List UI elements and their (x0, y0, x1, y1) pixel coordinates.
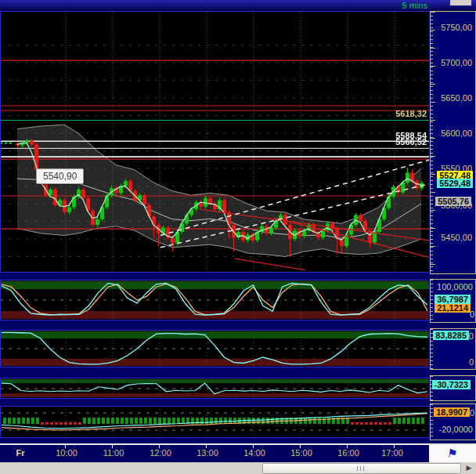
time-axis[interactable]: Fr 10:00 11:00 12:00 13:00 14:00 15:00 1… (0, 443, 429, 464)
window-control-chip[interactable] (450, 0, 471, 5)
panel2-axis[interactable]: 100,0000 83,8285 0 (430, 328, 476, 370)
price-tooltip: 5540,90 (36, 168, 84, 184)
chart-canvas (0, 0, 476, 474)
panel1-cyan-tag: 36,7987 (435, 295, 471, 304)
time-label: 16:00 (334, 448, 362, 458)
price-tag-last: 5529,48 (437, 179, 473, 188)
price-axis-label: 5600,00 (441, 128, 472, 138)
flag-corner-panel: ⚑ (429, 443, 476, 464)
panel4-axis[interactable]: 0 18,9907 -20,0000 (430, 403, 476, 440)
panel2-zero-label: 0 (469, 357, 474, 367)
timeframe-label: 5 mins (402, 1, 427, 10)
panel1-axis[interactable]: 100,0000 36,7987 21,1214 0 (430, 279, 476, 323)
time-label: 10:00 (52, 448, 81, 458)
horizontal-scrollbar[interactable]: ▶ (0, 462, 476, 474)
time-label: 14:00 (240, 448, 269, 458)
panel3-axis[interactable]: -30,7323 (430, 375, 476, 401)
panel2-cyan-tag: 83,8285 (433, 331, 469, 340)
panel4-bottom-label: -20,0000 (439, 425, 473, 434)
scrollbar-right-arrow[interactable]: ▶ (463, 462, 475, 474)
panel3-cyan-tag: -30,7323 (432, 380, 471, 389)
panel1-top-label: 100,0000 (437, 282, 473, 291)
price-axis-label: 5450,00 (441, 233, 472, 242)
trading-chart-window: 5 mins 5750,00 5700,00 5650,00 5600,00 5… (0, 0, 476, 474)
main-price-axis[interactable]: 5750,00 5700,00 5650,00 5600,00 5550,00 … (430, 11, 476, 274)
price-axis-label: 5750,00 (441, 23, 472, 32)
white-level-label-2: 5566,52 (395, 137, 427, 147)
axis-minor-ticks (431, 404, 433, 440)
price-tag-level: 5505,76 (435, 197, 471, 206)
axis-minor-ticks (431, 280, 433, 322)
panel4-zero-label: 0 (470, 408, 474, 418)
time-label: 13:00 (193, 448, 222, 458)
flag-icon[interactable]: ⚑ (446, 447, 459, 461)
time-label-day: Fr (6, 448, 34, 458)
panel1-orange-tag: 21,1214 (435, 303, 471, 313)
panel1-zero-label: 0 (470, 309, 474, 319)
scrollbar-grip-icon (357, 466, 366, 471)
time-label: 15:00 (287, 448, 316, 458)
axis-major-ticks (431, 12, 435, 273)
price-axis-label: 5650,00 (441, 93, 472, 103)
time-label: 12:00 (146, 448, 175, 458)
panel4-orange-tag: 18,9907 (434, 407, 470, 417)
green-level-label: 5618,32 (395, 109, 427, 118)
time-label: 17:00 (378, 448, 406, 458)
price-axis-label: 5700,00 (441, 58, 472, 67)
time-label: 11:00 (99, 448, 128, 458)
scrollbar-thumb[interactable] (262, 463, 461, 474)
